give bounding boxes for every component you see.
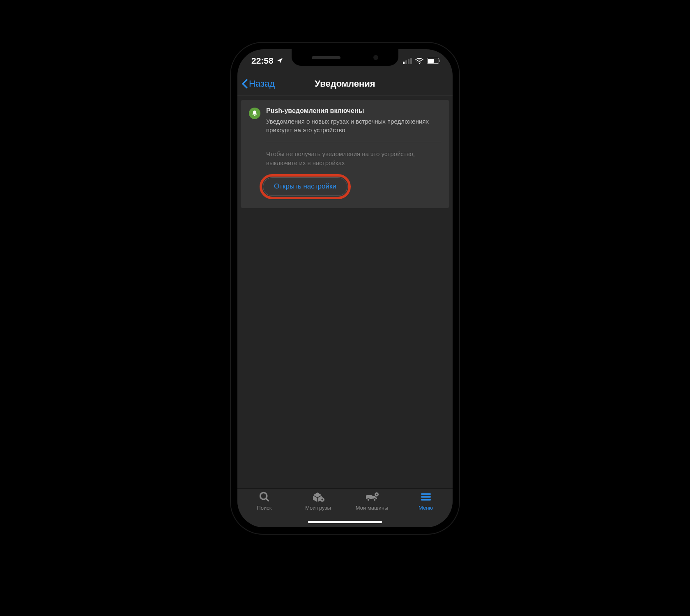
tab-label: Меню: [419, 505, 433, 511]
status-left: 22:58: [251, 56, 283, 66]
svg-line-2: [266, 499, 268, 501]
phone-notch: [292, 49, 398, 66]
phone-screen: 22:58: [237, 49, 453, 527]
tab-label: Мои грузы: [305, 505, 331, 511]
phone-speaker: [312, 56, 340, 59]
push-title: Push-уведомления включены: [266, 107, 441, 115]
tab-label: Мои машины: [356, 505, 388, 511]
svg-point-5: [367, 499, 370, 501]
open-settings-label: Открыть настройки: [274, 182, 336, 191]
highlight-ring: Открыть настройки: [260, 174, 351, 199]
content-area: Push-уведомления включены Уведомления о …: [237, 96, 453, 488]
card-divider: [266, 142, 441, 142]
card-header-text: Push-уведомления включены Уведомления о …: [266, 107, 441, 134]
signal-icon: [403, 58, 412, 64]
svg-point-0: [419, 62, 420, 64]
phone-camera: [373, 55, 378, 60]
page-title: Уведомления: [315, 78, 375, 89]
tab-search[interactable]: Поиск: [237, 491, 291, 527]
svg-point-6: [373, 499, 376, 501]
home-indicator[interactable]: [308, 521, 382, 523]
push-hint: Чтобы не получать уведомления на это уст…: [266, 149, 441, 168]
push-description: Уведомления о новых грузах и встречных п…: [266, 117, 441, 134]
battery-icon: [427, 58, 440, 64]
back-button[interactable]: Назад: [237, 78, 315, 89]
tab-menu[interactable]: Меню: [399, 491, 453, 527]
svg-rect-4: [366, 495, 373, 499]
wifi-icon: [415, 58, 423, 64]
location-icon: [277, 57, 283, 64]
notifications-card: Push-уведомления включены Уведомления о …: [241, 100, 449, 208]
phone-frame: 22:58: [230, 42, 460, 535]
card-header: Push-уведомления включены Уведомления о …: [249, 107, 441, 134]
open-settings-button[interactable]: Открыть настройки: [263, 177, 347, 196]
back-label: Назад: [249, 78, 275, 89]
tab-label: Поиск: [257, 505, 271, 511]
status-time: 22:58: [251, 56, 274, 66]
status-right: [403, 58, 440, 64]
stage: 22:58: [0, 0, 690, 616]
navigation-bar: Назад Уведомления: [237, 72, 453, 96]
bell-icon: [249, 108, 260, 119]
